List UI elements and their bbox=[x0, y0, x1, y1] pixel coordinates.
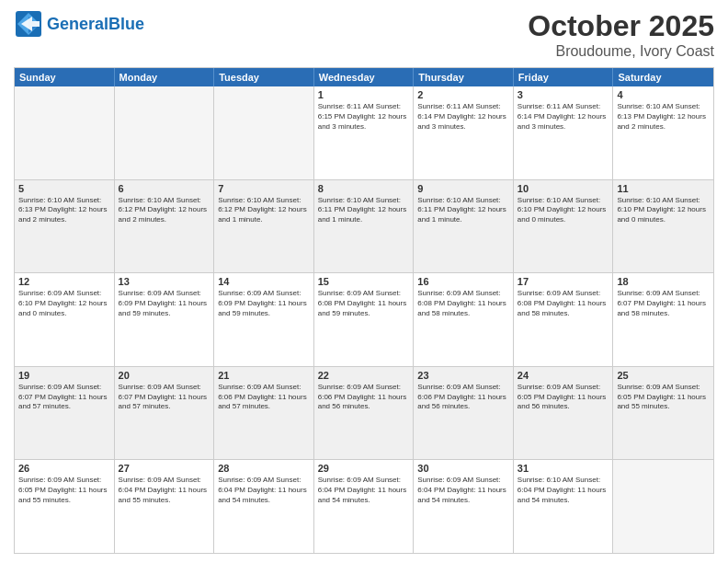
logo-blue: Blue bbox=[108, 15, 144, 33]
day-number: 4 bbox=[617, 89, 710, 100]
calendar-cell: 19Sunrise: 6:09 AM Sunset: 6:07 PM Dayli… bbox=[15, 367, 115, 460]
day-info: Sunrise: 6:09 AM Sunset: 6:08 PM Dayligh… bbox=[518, 289, 609, 318]
calendar-cell: 29Sunrise: 6:09 AM Sunset: 6:04 PM Dayli… bbox=[314, 460, 415, 553]
calendar-body: 1Sunrise: 6:11 AM Sunset: 6:15 PM Daylig… bbox=[15, 86, 713, 553]
calendar-cell: 23Sunrise: 6:09 AM Sunset: 6:06 PM Dayli… bbox=[414, 367, 514, 460]
day-number: 23 bbox=[417, 370, 509, 381]
calendar-cell: 22Sunrise: 6:09 AM Sunset: 6:06 PM Dayli… bbox=[314, 367, 415, 460]
day-info: Sunrise: 6:10 AM Sunset: 6:12 PM Dayligh… bbox=[218, 196, 310, 225]
day-info: Sunrise: 6:09 AM Sunset: 6:06 PM Dayligh… bbox=[218, 383, 310, 412]
day-info: Sunrise: 6:09 AM Sunset: 6:07 PM Dayligh… bbox=[18, 383, 110, 412]
day-info: Sunrise: 6:10 AM Sunset: 6:10 PM Dayligh… bbox=[518, 196, 609, 225]
day-info: Sunrise: 6:10 AM Sunset: 6:04 PM Dayligh… bbox=[518, 476, 609, 505]
day-number: 2 bbox=[417, 89, 509, 100]
calendar-cell: 20Sunrise: 6:09 AM Sunset: 6:07 PM Dayli… bbox=[115, 367, 215, 460]
day-number: 1 bbox=[318, 89, 410, 100]
logo: GeneralBlue bbox=[14, 9, 144, 39]
week-row-2: 5Sunrise: 6:10 AM Sunset: 6:13 PM Daylig… bbox=[15, 179, 713, 273]
week-row-1: 1Sunrise: 6:11 AM Sunset: 6:15 PM Daylig… bbox=[15, 86, 713, 179]
day-number: 17 bbox=[518, 276, 609, 287]
header-thursday: Thursday bbox=[414, 68, 514, 86]
calendar-cell: 26Sunrise: 6:09 AM Sunset: 6:05 PM Dayli… bbox=[15, 460, 115, 553]
calendar-cell: 10Sunrise: 6:10 AM Sunset: 6:10 PM Dayli… bbox=[514, 180, 614, 273]
calendar-cell: 6Sunrise: 6:10 AM Sunset: 6:12 PM Daylig… bbox=[115, 180, 215, 273]
day-number: 6 bbox=[119, 183, 210, 194]
header-saturday: Saturday bbox=[613, 68, 713, 86]
logo-name: GeneralBlue bbox=[47, 15, 144, 34]
calendar-cell: 28Sunrise: 6:09 AM Sunset: 6:04 PM Dayli… bbox=[214, 460, 314, 553]
calendar-header: Sunday Monday Tuesday Wednesday Thursday… bbox=[15, 68, 713, 86]
calendar-cell: 5Sunrise: 6:10 AM Sunset: 6:13 PM Daylig… bbox=[15, 180, 115, 273]
calendar-cell: 31Sunrise: 6:10 AM Sunset: 6:04 PM Dayli… bbox=[514, 460, 614, 553]
header-wednesday: Wednesday bbox=[314, 68, 415, 86]
day-number: 24 bbox=[518, 370, 609, 381]
calendar-cell: 30Sunrise: 6:09 AM Sunset: 6:04 PM Dayli… bbox=[414, 460, 514, 553]
month-title: October 2025 bbox=[528, 9, 714, 43]
day-number: 11 bbox=[617, 183, 710, 194]
logo-icon bbox=[14, 9, 43, 39]
calendar-cell: 8Sunrise: 6:10 AM Sunset: 6:11 PM Daylig… bbox=[314, 180, 415, 273]
calendar-cell: 25Sunrise: 6:09 AM Sunset: 6:05 PM Dayli… bbox=[613, 367, 713, 460]
header-tuesday: Tuesday bbox=[214, 68, 314, 86]
day-number: 28 bbox=[218, 463, 310, 474]
page: GeneralBlue October 2025 Broudoume, Ivor… bbox=[0, 0, 728, 563]
logo-general: General bbox=[47, 15, 108, 33]
day-number: 26 bbox=[18, 463, 110, 474]
calendar-cell: 16Sunrise: 6:09 AM Sunset: 6:08 PM Dayli… bbox=[414, 273, 514, 366]
day-info: Sunrise: 6:10 AM Sunset: 6:11 PM Dayligh… bbox=[417, 196, 509, 225]
day-info: Sunrise: 6:09 AM Sunset: 6:06 PM Dayligh… bbox=[318, 383, 410, 412]
day-number: 9 bbox=[417, 183, 509, 194]
day-number: 21 bbox=[218, 370, 310, 381]
day-number: 3 bbox=[518, 89, 609, 100]
day-number: 10 bbox=[518, 183, 609, 194]
day-number: 5 bbox=[18, 183, 110, 194]
day-info: Sunrise: 6:09 AM Sunset: 6:04 PM Dayligh… bbox=[218, 476, 310, 505]
calendar-cell: 4Sunrise: 6:10 AM Sunset: 6:13 PM Daylig… bbox=[613, 86, 713, 179]
day-number: 13 bbox=[119, 276, 210, 287]
day-info: Sunrise: 6:09 AM Sunset: 6:07 PM Dayligh… bbox=[119, 383, 210, 412]
calendar-cell: 15Sunrise: 6:09 AM Sunset: 6:08 PM Dayli… bbox=[314, 273, 415, 366]
calendar-cell: 18Sunrise: 6:09 AM Sunset: 6:07 PM Dayli… bbox=[613, 273, 713, 366]
day-number: 18 bbox=[617, 276, 710, 287]
day-number: 31 bbox=[518, 463, 609, 474]
location: Broudoume, Ivory Coast bbox=[528, 43, 714, 60]
day-info: Sunrise: 6:11 AM Sunset: 6:14 PM Dayligh… bbox=[518, 102, 609, 132]
day-info: Sunrise: 6:09 AM Sunset: 6:09 PM Dayligh… bbox=[119, 289, 210, 318]
day-info: Sunrise: 6:09 AM Sunset: 6:07 PM Dayligh… bbox=[617, 289, 710, 318]
day-number: 20 bbox=[119, 370, 210, 381]
week-row-4: 19Sunrise: 6:09 AM Sunset: 6:07 PM Dayli… bbox=[15, 366, 713, 460]
calendar-cell bbox=[115, 86, 215, 179]
day-number: 25 bbox=[617, 370, 710, 381]
calendar-cell bbox=[613, 460, 713, 553]
day-number: 15 bbox=[318, 276, 410, 287]
day-number: 7 bbox=[218, 183, 310, 194]
day-info: Sunrise: 6:09 AM Sunset: 6:05 PM Dayligh… bbox=[518, 383, 609, 412]
day-info: Sunrise: 6:09 AM Sunset: 6:08 PM Dayligh… bbox=[318, 289, 410, 318]
day-info: Sunrise: 6:11 AM Sunset: 6:14 PM Dayligh… bbox=[417, 102, 509, 132]
title-block: October 2025 Broudoume, Ivory Coast bbox=[528, 9, 714, 60]
day-number: 22 bbox=[318, 370, 410, 381]
calendar-cell: 13Sunrise: 6:09 AM Sunset: 6:09 PM Dayli… bbox=[115, 273, 215, 366]
calendar-cell: 27Sunrise: 6:09 AM Sunset: 6:04 PM Dayli… bbox=[115, 460, 215, 553]
day-number: 8 bbox=[318, 183, 410, 194]
week-row-5: 26Sunrise: 6:09 AM Sunset: 6:05 PM Dayli… bbox=[15, 459, 713, 553]
day-info: Sunrise: 6:10 AM Sunset: 6:12 PM Dayligh… bbox=[119, 196, 210, 225]
day-info: Sunrise: 6:09 AM Sunset: 6:10 PM Dayligh… bbox=[18, 289, 110, 318]
calendar-cell: 9Sunrise: 6:10 AM Sunset: 6:11 PM Daylig… bbox=[414, 180, 514, 273]
day-info: Sunrise: 6:09 AM Sunset: 6:06 PM Dayligh… bbox=[417, 383, 509, 412]
day-number: 19 bbox=[18, 370, 110, 381]
calendar-cell: 12Sunrise: 6:09 AM Sunset: 6:10 PM Dayli… bbox=[15, 273, 115, 366]
calendar-cell: 3Sunrise: 6:11 AM Sunset: 6:14 PM Daylig… bbox=[514, 86, 614, 179]
day-info: Sunrise: 6:09 AM Sunset: 6:05 PM Dayligh… bbox=[617, 383, 710, 412]
day-info: Sunrise: 6:10 AM Sunset: 6:13 PM Dayligh… bbox=[617, 102, 710, 132]
day-info: Sunrise: 6:09 AM Sunset: 6:04 PM Dayligh… bbox=[119, 476, 210, 505]
day-info: Sunrise: 6:10 AM Sunset: 6:10 PM Dayligh… bbox=[617, 196, 710, 225]
day-number: 16 bbox=[417, 276, 509, 287]
day-number: 12 bbox=[18, 276, 110, 287]
header-monday: Monday bbox=[115, 68, 215, 86]
calendar: Sunday Monday Tuesday Wednesday Thursday… bbox=[14, 67, 714, 554]
calendar-cell: 7Sunrise: 6:10 AM Sunset: 6:12 PM Daylig… bbox=[214, 180, 314, 273]
calendar-cell: 21Sunrise: 6:09 AM Sunset: 6:06 PM Dayli… bbox=[214, 367, 314, 460]
day-info: Sunrise: 6:10 AM Sunset: 6:13 PM Dayligh… bbox=[18, 196, 110, 225]
header-sunday: Sunday bbox=[15, 68, 115, 86]
